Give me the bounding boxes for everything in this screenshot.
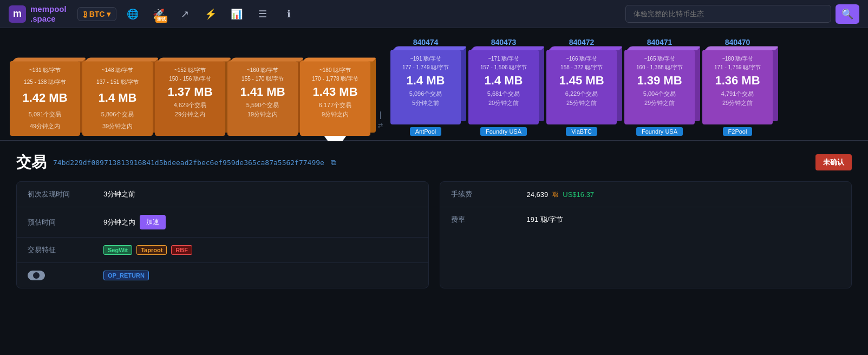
block-size: 1.4 MB bbox=[88, 91, 147, 105]
confirmed-block-840470[interactable]: 840470 ~180 聪/字节 171 - 1,759 聪/字节 1.36 M… bbox=[702, 38, 773, 136]
nav-info-icon[interactable]: ℹ bbox=[279, 4, 298, 24]
nav-trending-icon[interactable]: ↗ bbox=[175, 4, 194, 24]
fee-range: 125 - 138 聪/字节 bbox=[15, 78, 75, 86]
miner-badge: ViaBTC bbox=[566, 127, 597, 136]
timeline-line bbox=[0, 140, 868, 141]
block-number: 840470 bbox=[725, 38, 750, 47]
tx-hash: 74bd229df009713813916841d5bdeead2fbec6ef… bbox=[53, 159, 324, 167]
search-area: 🔍 bbox=[625, 4, 859, 24]
fee-value: 24,639 聪 US$16.37 bbox=[527, 190, 595, 199]
pending-block-5[interactable]: ~180 聪/字节 170 - 1,778 聪/字节 1.43 MB 6,177… bbox=[300, 61, 370, 136]
search-button[interactable]: 🔍 bbox=[836, 4, 859, 24]
block-number: 840471 bbox=[647, 38, 673, 47]
miner-badge: Foundry USA bbox=[480, 127, 527, 136]
fee-label: 手续费 bbox=[451, 189, 516, 199]
fee-top: ~148 聪/字节 bbox=[88, 67, 147, 74]
tx-details: 初次发现时间 3分钟之前 预估时间 9分钟之内 加速 交易特征 SegWit T… bbox=[16, 181, 852, 288]
op-return-icon bbox=[28, 271, 45, 280]
block-size: 1.42 MB bbox=[15, 91, 75, 105]
pending-block-1[interactable]: ~131 聪/字节 125 - 138 聪/字节 1.42 MB 5,091个交… bbox=[10, 61, 80, 136]
transaction-section: 交易 74bd229df009713813916841d5bdeead2fbec… bbox=[0, 141, 868, 299]
pending-block-2[interactable]: ~148 聪/字节 137 - 151 聪/字节 1.4 MB 5,806个交易… bbox=[82, 61, 153, 136]
op-return-tag: OP_RETURN bbox=[103, 271, 149, 280]
search-input[interactable] bbox=[625, 5, 831, 23]
accelerate-button[interactable]: 加速 bbox=[140, 215, 166, 229]
logo[interactable]: m mempool .space bbox=[9, 4, 67, 24]
block-time: 49分钟之内 bbox=[15, 122, 75, 130]
nav-rocket-icon[interactable]: 🚀 测试 bbox=[149, 4, 168, 24]
block-number: 840474 bbox=[413, 38, 439, 47]
fee-row: 手续费 24,639 聪 US$16.37 bbox=[440, 182, 852, 207]
features-value: SegWit Taproot RBF bbox=[103, 245, 192, 255]
sats-icon: 聪 bbox=[552, 190, 558, 199]
pending-blocks: ~131 聪/字节 125 - 138 聪/字节 1.42 MB 5,091个交… bbox=[0, 61, 370, 136]
features-label: 交易特征 bbox=[28, 245, 93, 255]
tx-detail-box-left: 初次发现时间 3分钟之前 预估时间 9分钟之内 加速 交易特征 SegWit T… bbox=[16, 181, 429, 288]
block-number: 840472 bbox=[569, 38, 595, 47]
fee-top: ~131 聪/字节 bbox=[15, 67, 75, 74]
first-seen-value: 3分钟之前 bbox=[103, 189, 135, 199]
btc-selector[interactable]: ₿ BTC ▾ bbox=[77, 7, 117, 21]
first-seen-row: 初次发现时间 3分钟之前 bbox=[17, 182, 428, 207]
nav-docs-icon[interactable]: ☰ bbox=[253, 4, 272, 24]
copy-icon[interactable]: ⧉ bbox=[331, 158, 336, 167]
confirmed-block-840473[interactable]: 840473 ~171 聪/字节 157 - 1,506 聪/字节 1.4 MB… bbox=[468, 38, 539, 136]
page-title: 交易 bbox=[16, 152, 47, 173]
tx-count: 5,091个交易 bbox=[15, 110, 75, 119]
nav-badge: 测试 bbox=[155, 16, 167, 23]
tx-detail-box-right: 手续费 24,639 聪 US$16.37 费率 191 聪/字节 bbox=[440, 181, 852, 288]
fee-rate-value: 191 聪/字节 bbox=[527, 215, 564, 225]
nav-globe-icon[interactable]: 🌐 bbox=[123, 4, 142, 24]
op-return-value: OP_RETURN bbox=[103, 271, 149, 280]
tx-header: 交易 74bd229df009713813916841d5bdeead2fbec… bbox=[16, 152, 852, 173]
confirmed-block-840472[interactable]: 840472 ~166 聪/字节 158 - 322 聪/字节 1.45 MB … bbox=[546, 38, 617, 136]
fee-rate-row: 费率 191 聪/字节 bbox=[440, 207, 852, 232]
miner-badge: AntPool bbox=[410, 127, 442, 136]
fee-rate-label: 费率 bbox=[451, 215, 516, 225]
header: m mempool .space ₿ BTC ▾ 🌐 🚀 测试 ↗ ⚡ 📊 ☰ … bbox=[0, 0, 868, 28]
miner-badge: F2Pool bbox=[723, 127, 753, 136]
search-icon: 🔍 bbox=[841, 8, 853, 20]
features-row: 交易特征 SegWit Taproot RBF bbox=[17, 238, 428, 263]
block-time: 39分钟之内 bbox=[88, 122, 147, 130]
op-return-row: OP_RETURN bbox=[17, 263, 428, 288]
first-seen-label: 初次发现时间 bbox=[28, 189, 93, 199]
confirmed-block-840471[interactable]: 840471 ~165 聪/字节 160 - 1,388 聪/字节 1.39 M… bbox=[624, 38, 695, 136]
estimated-time-value: 9分钟之内 加速 bbox=[103, 215, 417, 229]
fee-usd: US$16.37 bbox=[563, 190, 594, 199]
fee-range: 137 - 151 聪/字节 bbox=[88, 78, 147, 86]
segwit-tag: SegWit bbox=[103, 245, 132, 255]
estimated-time-label: 预估时间 bbox=[28, 218, 93, 227]
confirmed-blocks: 840474 ~191 聪/字节 177 - 1,749 聪/字节 1.4 MB… bbox=[390, 38, 773, 136]
estimated-time-row: 预估时间 9分钟之内 加速 bbox=[17, 207, 428, 238]
logo-icon: m bbox=[9, 5, 26, 23]
confirmed-block-840474[interactable]: 840474 ~191 聪/字节 177 - 1,749 聪/字节 1.4 MB… bbox=[390, 38, 461, 136]
block-number: 840473 bbox=[491, 38, 517, 47]
btc-icon: ₿ bbox=[83, 10, 87, 18]
taproot-tag: Taproot bbox=[136, 245, 167, 255]
unconfirmed-badge[interactable]: 未确认 bbox=[815, 154, 852, 170]
miner-badge: Foundry USA bbox=[636, 127, 683, 136]
op-return-label bbox=[28, 271, 93, 280]
nav-lightning-icon[interactable]: ⚡ bbox=[201, 4, 220, 24]
nav-chart-icon[interactable]: 📊 bbox=[227, 4, 246, 24]
pending-block-3[interactable]: ~152 聪/字节 150 - 156 聪/字节 1.37 MB 4,629个交… bbox=[155, 61, 225, 136]
logo-text: mempool .space bbox=[30, 4, 67, 24]
blocks-area: ~131 聪/字节 125 - 138 聪/字节 1.42 MB 5,091个交… bbox=[0, 28, 868, 141]
pending-block-4[interactable]: ~160 聪/字节 155 - 170 聪/字节 1.41 MB 5,590个交… bbox=[227, 61, 298, 136]
tx-count: 5,806个交易 bbox=[88, 110, 147, 119]
rbf-tag: RBF bbox=[171, 245, 192, 255]
chevron-down-icon: ▾ bbox=[107, 10, 110, 18]
